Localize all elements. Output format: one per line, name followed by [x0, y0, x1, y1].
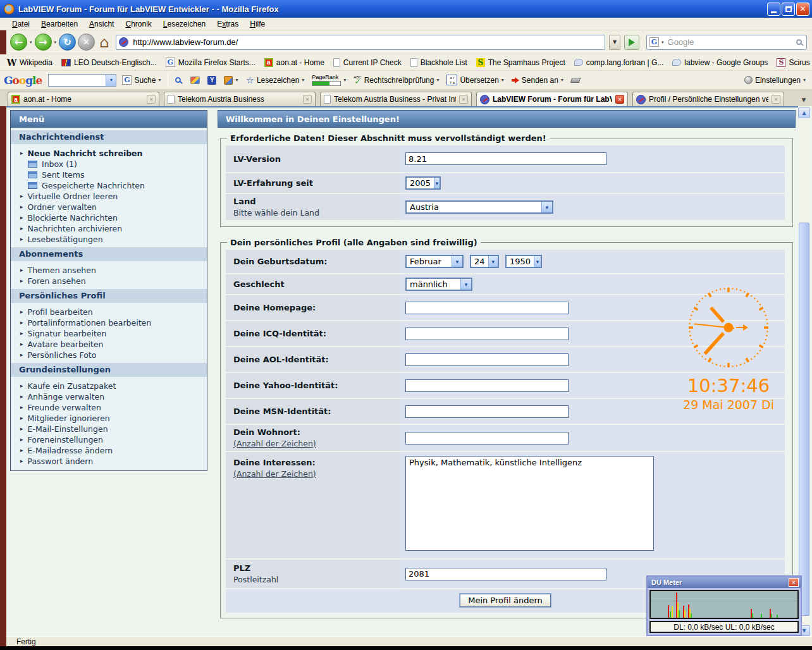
- select-arrow-icon[interactable]: ▾: [460, 279, 471, 290]
- select-land[interactable]: Austria▾: [405, 200, 553, 214]
- scroll-up-icon[interactable]: ▲: [798, 107, 810, 118]
- input-dein-wohnort[interactable]: [405, 432, 569, 445]
- select-arrow-icon[interactable]: ▾: [541, 202, 552, 212]
- bookmarks-button[interactable]: ☆ Lesezeichen ▾: [243, 73, 306, 87]
- bookmark-wikipedia[interactable]: WWikipedia: [3, 56, 57, 68]
- lesezeichen-dropdown-icon[interactable]: ▾: [302, 77, 304, 83]
- du-meter-titlebar[interactable]: DU Meter ✕: [648, 577, 801, 588]
- tabs-overflow-icon[interactable]: ▼: [798, 94, 809, 106]
- bookmark-labview-google-groups[interactable]: labview - Google Groups: [668, 57, 772, 68]
- textarea-deine-interessen[interactable]: Physik, Mathematik, künstliche Intellige…: [405, 456, 654, 551]
- back-history-dropdown-icon[interactable]: ▾: [29, 40, 33, 45]
- url-dropdown-icon[interactable]: ▼: [609, 35, 620, 50]
- input-deine-yahoo-identit-t[interactable]: [405, 379, 569, 392]
- spellcheck-button[interactable]: ABC✓ Rechtschreibprüfung ▾: [352, 74, 441, 87]
- tab-profil-pers-nliche-einstellungen-verv[interactable]: Profil / Persönliche Einstellungen verv.…: [632, 92, 784, 106]
- settings-button[interactable]: Einstellungen ▾: [744, 76, 806, 85]
- input-plz[interactable]: [405, 568, 606, 580]
- google-engine-icon[interactable]: G: [649, 37, 659, 47]
- forward-button[interactable]: →: [35, 34, 52, 51]
- bookmark-current-ip-check[interactable]: Current IP Check: [329, 57, 406, 68]
- search-site-button[interactable]: [173, 76, 185, 84]
- sidebar-item-portalinformationen-bearbeiten[interactable]: ▸Portalinformationen bearbeiten: [11, 317, 207, 328]
- translate-button[interactable]: a í7 ä Übersetzen ▾: [445, 73, 505, 87]
- sidebar-item-mitglieder-ignorieren[interactable]: ▸Mitglieder ignorieren: [11, 413, 207, 424]
- forward-history-dropdown-icon[interactable]: ▾: [54, 40, 58, 45]
- news-button[interactable]: [188, 75, 202, 85]
- go-button[interactable]: [624, 35, 639, 50]
- select-arrow-icon[interactable]: ▾: [534, 256, 541, 267]
- input-deine-msn-identit-t[interactable]: [405, 405, 569, 418]
- bookmark-the-spamhaus-project[interactable]: SThe Spamhaus Project: [472, 57, 570, 68]
- sidebar-item-signatur-bearbeiten[interactable]: ▸Signatur bearbeiten: [11, 328, 207, 339]
- tab-labview-forum-forum-f-r-labv[interactable]: LabVIEW Forum - Forum für LabV...✕: [476, 92, 628, 106]
- char-count-link[interactable]: (Anzahl der Zeichen): [233, 469, 394, 479]
- menu-extras[interactable]: Extras: [211, 18, 244, 30]
- bookmark-comp-lang-fortran-g[interactable]: comp.lang.fortran | G...: [570, 57, 668, 68]
- submit-profile-button[interactable]: Mein Profil ändern: [460, 594, 551, 607]
- sidebar-item-foren-ansehen[interactable]: ▸Foren ansehen: [11, 276, 207, 286]
- pagerank-dropdown-icon[interactable]: ▾: [343, 77, 346, 83]
- sidebar-item-avatare-bearbeiten[interactable]: ▸Avatare bearbeiten: [11, 339, 207, 350]
- url-input[interactable]: [132, 37, 603, 47]
- select-dein-geburtsdatum-2[interactable]: 1950▾: [505, 255, 542, 268]
- tab-close-icon[interactable]: ✕: [615, 95, 624, 104]
- tab-close-icon[interactable]: ✕: [303, 95, 312, 104]
- sidebar-item-themen-ansehen[interactable]: ▸Themen ansehen: [11, 265, 207, 276]
- select-arrow-icon[interactable]: ▾: [452, 256, 462, 267]
- scrollbar-thumb[interactable]: [799, 223, 809, 616]
- tab-close-icon[interactable]: ✕: [459, 95, 468, 104]
- select-lv-erfahrung-seit[interactable]: 2005▾: [405, 176, 441, 190]
- menu-bearbeiten[interactable]: Bearbeiten: [35, 18, 83, 30]
- sidebar-item-blockierte-nachrichten[interactable]: ▸Blockierte Nachrichten: [11, 212, 207, 223]
- menu-lesezeichen[interactable]: Lesezeichen: [157, 18, 211, 30]
- select-geschlecht[interactable]: männlich▾: [405, 278, 472, 291]
- close-button[interactable]: ✕: [796, 3, 809, 16]
- stop-button[interactable]: ✕: [78, 34, 95, 51]
- settings-dropdown-icon[interactable]: ▾: [803, 77, 806, 83]
- flag-button[interactable]: Y: [206, 75, 218, 86]
- sidebar-item-pers-nliches-foto[interactable]: ▸Persönliches Foto: [11, 350, 207, 360]
- du-meter-close-icon[interactable]: ✕: [789, 578, 799, 587]
- google-suche-button[interactable]: G Suche ▾: [120, 74, 163, 86]
- addons-dropdown-icon[interactable]: ▾: [235, 77, 238, 83]
- sidebar-item-passwort-ndern[interactable]: ▸Passwort ändern: [11, 456, 207, 467]
- addons-button[interactable]: ▾: [222, 75, 240, 86]
- sidebar-item-profil-bearbeiten[interactable]: ▸Profil bearbeiten: [11, 307, 207, 317]
- google-search-dropdown-icon[interactable]: ▾: [106, 75, 116, 86]
- select-arrow-icon[interactable]: ▾: [488, 256, 498, 267]
- vertical-scrollbar[interactable]: ▲ ▼: [798, 107, 810, 636]
- tab-aon-at-home[interactable]: aaon.at - Home✕: [8, 92, 159, 106]
- sidebar-item-nachrichten-archivieren[interactable]: ▸Nachrichten archivieren: [11, 223, 207, 234]
- select-dein-geburtsdatum-0[interactable]: Februar▾: [405, 255, 464, 268]
- sidebar-item-anh-nge-verwalten[interactable]: ▸Anhänge verwalten: [11, 391, 207, 402]
- search-input[interactable]: [667, 37, 794, 47]
- input-lv-version[interactable]: [405, 152, 606, 165]
- tab-close-icon[interactable]: ✕: [147, 95, 156, 104]
- bookmark-scirus-for-scientific-i[interactable]: SScirus - for scientific i...: [772, 57, 812, 68]
- du-meter-widget[interactable]: DU Meter ✕ DL: 0,0 kB/sec UL: 0,0 kB/sec: [646, 575, 802, 636]
- highlight-button[interactable]: [569, 77, 582, 84]
- sidebar-item-freunde-verwalten[interactable]: ▸Freunde verwalten: [11, 402, 207, 413]
- sidebar-item-gespeicherte-nachrichten[interactable]: Gespeicherte Nachrichten: [11, 180, 207, 191]
- restore-button[interactable]: [782, 3, 795, 16]
- tab-telekom-austria-business-privat-inte[interactable]: Telekom Austria Business - Privat Inte..…: [320, 92, 472, 106]
- sidebar-item-kaufe-ein-zusatzpaket[interactable]: ▸Kaufe ein Zusatzpaket: [11, 381, 207, 391]
- menu-chronik[interactable]: Chronik: [120, 18, 157, 30]
- send-to-button[interactable]: Senden an ▾: [510, 75, 565, 86]
- suche-dropdown-icon[interactable]: ▾: [158, 77, 161, 83]
- google-search-field[interactable]: ▾: [48, 74, 116, 87]
- back-button[interactable]: ←: [10, 34, 27, 51]
- sidebar-item-virtuelle-ordner-leeren[interactable]: ▸Virtuelle Ordner leeren: [11, 191, 207, 202]
- pagerank-button[interactable]: PageRank ▾: [310, 73, 348, 87]
- translate-dropdown-icon[interactable]: ▾: [501, 77, 504, 83]
- input-deine-icq-identit-t[interactable]: [405, 328, 569, 340]
- menu-datei[interactable]: Datei: [6, 18, 35, 30]
- spellcheck-dropdown-icon[interactable]: ▾: [436, 77, 439, 83]
- engine-dropdown-icon[interactable]: ▾: [661, 40, 665, 45]
- send-dropdown-icon[interactable]: ▾: [561, 77, 563, 83]
- bookmark-blackhole-list[interactable]: Blackhole List: [406, 57, 472, 68]
- menu-ansicht[interactable]: Ansicht: [83, 18, 120, 30]
- sidebar-item-neue-nachricht-schreiben[interactable]: ▸Neue Nachricht schreiben: [11, 148, 207, 159]
- tab-close-icon[interactable]: ✕: [772, 95, 780, 104]
